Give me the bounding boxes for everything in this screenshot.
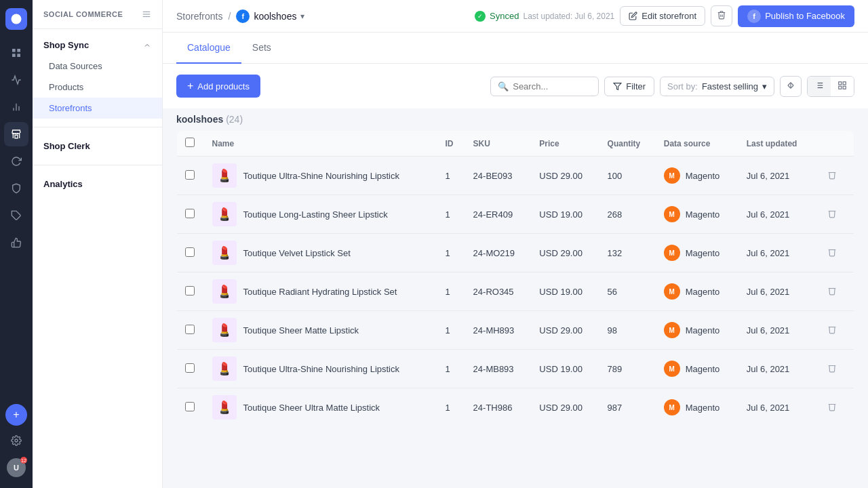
row-lastupdated-1: Jul 6, 2021 xyxy=(738,195,815,234)
sidebar-item-products[interactable]: Products xyxy=(33,77,162,98)
sidebar-title: SOCIAL COMMERCE xyxy=(33,0,162,29)
sort-arrows-button[interactable] xyxy=(780,76,802,97)
sidebar-item-analytics[interactable]: Analytics xyxy=(33,174,162,195)
edit-storefront-label: Edit storefront xyxy=(642,11,696,21)
breadcrumb-storefronts[interactable]: Storefronts xyxy=(176,11,222,22)
row-checkbox[interactable] xyxy=(185,286,195,296)
tabs: Catalogue Sets xyxy=(163,33,868,64)
row-checkbox-6 xyxy=(177,388,204,427)
filter-button[interactable]: Filter xyxy=(604,77,654,96)
plus-icon: + xyxy=(187,80,193,92)
datasource-name: Magento xyxy=(686,171,720,181)
row-name-0: 💄 Toutique Ultra-Shine Nourishing Lipsti… xyxy=(204,157,437,195)
tab-sets[interactable]: Sets xyxy=(241,33,282,64)
select-all-checkbox[interactable] xyxy=(185,138,195,147)
row-quantity-6: 987 xyxy=(599,388,656,427)
delete-row-button[interactable] xyxy=(823,207,841,222)
magento-icon: M xyxy=(664,245,680,261)
product-thumbnail: 💄 xyxy=(212,279,237,304)
storefront-name-text: koolshoes xyxy=(254,11,296,22)
synced-dot: ✓ xyxy=(475,11,486,22)
row-delete-2 xyxy=(815,234,854,272)
row-checkbox[interactable] xyxy=(185,325,195,334)
product-name: Toutique Sheer Ultra Matte Lipstick xyxy=(243,403,380,413)
menu-icon xyxy=(142,9,151,19)
magento-icon: M xyxy=(664,283,680,300)
store-icon[interactable] xyxy=(4,122,28,146)
sidebar-item-storefronts[interactable]: Storefronts xyxy=(33,98,162,119)
row-checkbox[interactable] xyxy=(185,402,195,411)
shop-sync-header[interactable]: Shop Sync xyxy=(33,35,162,56)
tab-catalogue[interactable]: Catalogue xyxy=(176,33,241,64)
row-checkbox[interactable] xyxy=(185,209,195,218)
facebook-icon: f xyxy=(236,9,250,23)
delete-row-button[interactable] xyxy=(823,246,841,260)
row-checkbox[interactable] xyxy=(185,247,195,257)
settings-icon[interactable] xyxy=(4,428,28,453)
thumb-icon[interactable] xyxy=(4,230,28,255)
sort-select[interactable]: Sort by: Fastest selling ▾ xyxy=(660,77,774,96)
sets-tab-label: Sets xyxy=(252,42,271,53)
shield-icon[interactable] xyxy=(4,176,28,201)
row-name-5: 💄 Toutique Ultra-Shine Nourishing Lipsti… xyxy=(204,350,437,388)
chart-icon[interactable] xyxy=(4,95,28,119)
delete-storefront-button[interactable] xyxy=(711,5,732,26)
svg-point-10 xyxy=(15,439,18,442)
add-products-button[interactable]: + Add products xyxy=(176,75,260,98)
list-view-button[interactable] xyxy=(808,77,831,96)
toolbar: + Add products 🔍 Filter Sort by: Fastest… xyxy=(163,64,868,108)
tag-icon[interactable] xyxy=(4,203,28,228)
row-datasource-1: M Magento xyxy=(656,195,738,234)
trash-icon xyxy=(717,10,726,20)
grid-view-button[interactable] xyxy=(831,77,854,96)
row-datasource-3: M Magento xyxy=(656,272,738,311)
sync-icon[interactable] xyxy=(4,149,28,174)
magento-icon: M xyxy=(664,206,680,222)
dashboard-icon[interactable] xyxy=(4,41,28,65)
sidebar-item-shop-clerk[interactable]: Shop Clerk xyxy=(33,136,162,157)
filter-label: Filter xyxy=(626,81,646,92)
row-checkbox-1 xyxy=(177,195,204,234)
row-checkbox[interactable] xyxy=(185,363,195,373)
synced-badge: ✓ Synced Last updated: Jul 6, 2021 xyxy=(475,11,614,22)
search-input[interactable] xyxy=(513,81,594,92)
row-quantity-4: 98 xyxy=(599,311,656,350)
product-name: Toutique Ultra-Shine Nourishing Lipstick xyxy=(243,171,400,181)
catalogue-tab-label: Catalogue xyxy=(187,42,231,53)
row-datasource-5: M Magento xyxy=(656,350,738,388)
product-name: Toutique Velvet Lipstick Set xyxy=(243,248,351,258)
section-title-name: koolshoes xyxy=(176,114,223,125)
table-body: 💄 Toutique Ultra-Shine Nourishing Lipsti… xyxy=(177,157,854,427)
row-price-5: USD 19.00 xyxy=(531,350,599,388)
row-id-2: 1 xyxy=(437,234,465,272)
last-updated-text: Last updated: Jul 6, 2021 xyxy=(523,12,614,21)
sort-value: Fastest selling xyxy=(702,81,758,92)
chevron-down-icon[interactable]: ▾ xyxy=(300,12,304,21)
delete-row-button[interactable] xyxy=(823,323,841,338)
product-thumbnail: 💄 xyxy=(212,357,237,381)
magento-icon: M xyxy=(664,322,680,338)
header-quantity: Quantity xyxy=(599,131,656,157)
header-checkbox xyxy=(177,131,204,157)
sidebar-item-data-sources[interactable]: Data Sources xyxy=(33,56,162,77)
user-avatar[interactable]: U 12 xyxy=(4,455,28,480)
delete-row-button[interactable] xyxy=(823,285,841,299)
edit-storefront-button[interactable]: Edit storefront xyxy=(620,6,705,26)
header-last-updated: Last updated xyxy=(738,131,815,157)
product-name: Toutique Sheer Matte Lipstick xyxy=(243,325,359,336)
delete-row-button[interactable] xyxy=(823,401,841,415)
delete-row-button[interactable] xyxy=(823,169,841,183)
row-checkbox[interactable] xyxy=(185,170,195,180)
header-datasource: Data source xyxy=(656,131,738,157)
publish-to-facebook-button[interactable]: f Publish to Facebook xyxy=(738,5,854,27)
row-quantity-1: 268 xyxy=(599,195,656,234)
row-delete-0 xyxy=(815,157,854,195)
table-row: 💄 Toutique Ultra-Shine Nourishing Lipsti… xyxy=(177,157,854,195)
delete-row-button[interactable] xyxy=(823,362,841,376)
row-delete-1 xyxy=(815,195,854,234)
row-lastupdated-2: Jul 6, 2021 xyxy=(738,234,815,272)
header-price: Price xyxy=(531,131,599,157)
add-button-icon[interactable]: + xyxy=(5,404,27,426)
analytics-icon[interactable] xyxy=(4,68,28,92)
row-quantity-0: 100 xyxy=(599,157,656,195)
